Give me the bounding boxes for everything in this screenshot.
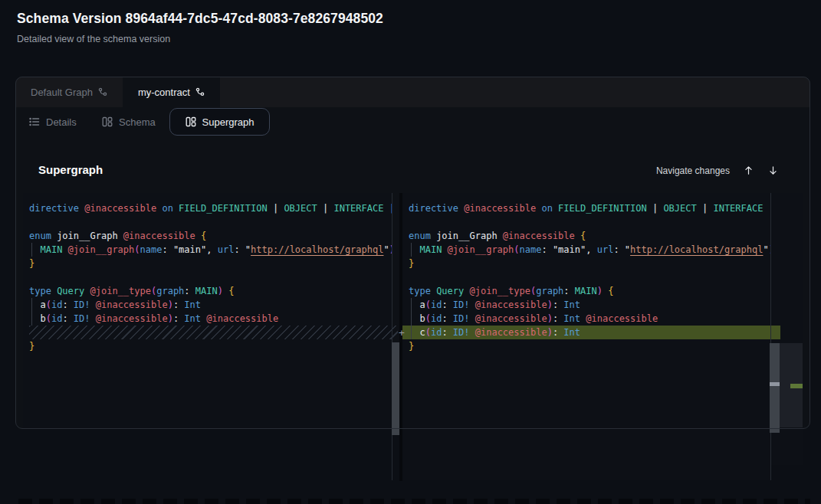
view-tab-details[interactable]: Details — [29, 108, 77, 136]
code-line: } — [409, 339, 770, 353]
columns-icon — [186, 116, 196, 127]
code-line: MAIN @join__graph(name: "main", url: "ht… — [409, 243, 770, 257]
page-title: Schema Version 8964af44-7dc5-47cd-8083-7… — [17, 11, 383, 27]
code-line-added: c(id: ID! @inaccessible): Int — [402, 326, 770, 339]
tab-default-graph[interactable]: Default Graph — [15, 77, 123, 107]
left-scrollbar-track-line — [392, 193, 392, 480]
code-line: } — [29, 257, 392, 270]
diff-insert-plus: + — [396, 326, 407, 340]
variant-tab-bar: Default Graph my-contract — [15, 77, 810, 107]
fork-icon — [98, 87, 107, 97]
scrollbar-change-marker — [770, 382, 780, 386]
code-line — [29, 270, 392, 284]
right-scrollbar-thumb[interactable] — [770, 343, 780, 433]
arrow-up-icon — [743, 165, 754, 176]
code-line: b(id: ID! @inaccessible): Int @inaccessi… — [29, 312, 392, 326]
code-line: b(id: ID! @inaccessible): Int @inaccessi… — [409, 312, 770, 326]
view-tab-label: Details — [46, 116, 77, 128]
section-title: Supergraph — [38, 163, 103, 176]
diff-left-panel[interactable]: directive @inaccessible on FIELD_DEFINIT… — [23, 193, 392, 429]
arrow-down-icon — [767, 165, 779, 176]
code-line: enum join__Graph @inaccessible { — [409, 229, 770, 243]
code-line — [409, 215, 770, 229]
tab-my-contract[interactable]: my-contract — [123, 77, 220, 107]
code-line: type Query @join__type(graph: MAIN) { — [29, 284, 392, 298]
code-line: } — [409, 257, 770, 270]
code-line: } — [29, 339, 392, 353]
navigate-up-button[interactable] — [741, 162, 756, 178]
code-line — [409, 270, 770, 284]
bottom-dashed-divider — [18, 499, 810, 504]
code-line: a(id: ID! @inaccessible): Int — [409, 298, 770, 312]
view-tab-label: Supergraph — [202, 116, 255, 128]
variant-tab-label: Default Graph — [31, 87, 93, 98]
columns-icon — [102, 116, 113, 127]
view-tab-bar: Details Schema Supergraph — [15, 107, 810, 138]
diff-right-panel[interactable]: directive @inaccessible on FIELD_DEFINIT… — [402, 193, 770, 480]
variant-tab-label: my-contract — [138, 87, 190, 98]
right-scrollbar-track-line — [770, 193, 771, 480]
navigate-down-button[interactable] — [765, 162, 780, 178]
view-tab-label: Schema — [119, 116, 156, 128]
code-line: enum join__Graph @inaccessible { — [29, 229, 392, 243]
fork-icon — [195, 87, 205, 97]
page-subtitle: Detailed view of the schema version — [17, 34, 170, 44]
overview-added-marker — [790, 384, 803, 388]
schema-diff-editor: directive @inaccessible on FIELD_DEFINIT… — [23, 193, 803, 481]
navigate-changes-label: Navigate changes — [590, 165, 730, 176]
code-line: a(id: ID! @inaccessible): Int — [29, 298, 392, 312]
left-scrollbar-thumb[interactable] — [392, 342, 399, 435]
view-tab-supergraph[interactable]: Supergraph — [169, 108, 270, 136]
code-line — [29, 215, 392, 229]
view-tab-schema[interactable]: Schema — [102, 108, 156, 136]
code-line: directive @inaccessible on FIELD_DEFINIT… — [409, 201, 770, 215]
added-line-highlight — [770, 326, 780, 339]
code-line: MAIN @join__graph(name: "main", url: "ht… — [29, 243, 392, 257]
code-line: type Query @join__type(graph: MAIN) { — [409, 284, 770, 298]
list-icon — [29, 116, 40, 127]
code-line: directive @inaccessible on FIELD_DEFINIT… — [29, 201, 392, 215]
diff-placeholder-hatch — [29, 326, 398, 339]
